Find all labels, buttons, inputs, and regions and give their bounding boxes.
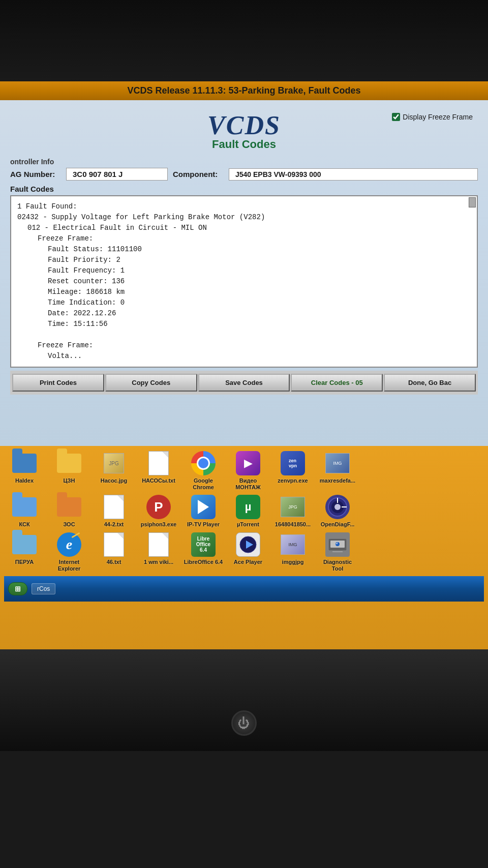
haldex-label: Haldex bbox=[15, 477, 34, 484]
component-label: Component: bbox=[173, 170, 224, 178]
fault-line-14: Volta... bbox=[17, 351, 471, 362]
nasos-jpg-label: Насос.jpg bbox=[101, 477, 127, 484]
taskbar-item-label: rCos bbox=[37, 585, 50, 592]
desktop-icon-diagnostic[interactable]: Diagnostic Tool bbox=[317, 532, 358, 572]
nasos-jpg-icon: JPG bbox=[102, 451, 126, 475]
controller-info-label: ontroller Info bbox=[10, 158, 478, 166]
utorrent-label: µTorrent bbox=[237, 521, 259, 528]
desktop-icon-tsn[interactable]: ЦЗН bbox=[49, 451, 89, 484]
haldex-icon bbox=[12, 451, 37, 475]
perua-label: ПЕРУА bbox=[15, 559, 34, 565]
bottom-dark-area: ⏻ bbox=[0, 649, 488, 751]
desktop-icon-zenvpn[interactable]: zenvpn zenvpn.exe bbox=[272, 451, 313, 484]
libreoffice-icon: LibreOffice6.4 bbox=[191, 532, 216, 557]
desktop-row-2: КСК ЗОС 44-2.txt P psiphon3.exe bbox=[4, 495, 484, 528]
zos-icon bbox=[57, 495, 81, 519]
start-button[interactable]: ⊞ bbox=[8, 582, 27, 595]
fault-line-10: Time Indication: 0 bbox=[17, 297, 471, 308]
vcds-content: VCDS Fault Codes Display Freeze Frame on… bbox=[0, 100, 488, 446]
desktop-icon-aceplayer[interactable]: Ace Player bbox=[228, 532, 268, 565]
fault-line-11: Date: 2022.12.26 bbox=[17, 308, 471, 319]
scrollbar[interactable] bbox=[469, 197, 476, 207]
desktop-icon-utorrent[interactable]: µ µTorrent bbox=[228, 495, 268, 528]
utorrent-icon: µ bbox=[236, 495, 260, 519]
freeze-frame-checkbox-area[interactable]: Display Freeze Frame bbox=[392, 113, 473, 121]
aceplayer-label: Ace Player bbox=[234, 559, 262, 565]
fault-line-13: Freeze Frame: bbox=[17, 340, 471, 351]
maxresdefault-label: maxresdefа... bbox=[320, 477, 355, 484]
freeze-frame-label: Display Freeze Frame bbox=[403, 113, 473, 121]
ie-icon: e bbox=[57, 532, 81, 557]
vcds-window: VCDS Release 11.11.3: 53-Parking Brake, … bbox=[0, 81, 488, 446]
desktop-icon-44-2[interactable]: 44-2.txt bbox=[94, 495, 134, 528]
fault-line-3: 012 - Electrical Fault in Circuit - MIL … bbox=[17, 223, 471, 233]
freeze-frame-checkbox[interactable] bbox=[392, 113, 400, 121]
vcds-app-subtitle: Fault Codes bbox=[10, 138, 478, 151]
fault-line-9: Mileage: 186618 km bbox=[17, 287, 471, 297]
taskbar-item-rcos[interactable]: rCos bbox=[32, 583, 55, 594]
1wm-icon bbox=[146, 532, 171, 557]
46-txt-label: 46.txt bbox=[107, 559, 121, 565]
desktop-icon-psiphon3[interactable]: P psiphon3.exe bbox=[138, 495, 179, 528]
desktop-area: Haldex ЦЗН JPG Насос.jpg НАСОСы.txt Goog… bbox=[0, 446, 488, 649]
desktop-icon-libreoffice[interactable]: LibreOffice6.4 LibreOffice 6.4 bbox=[183, 532, 224, 565]
component-value: J540 EPB3 VW-09393 000 bbox=[229, 168, 478, 181]
video-montazh-icon: ▶ bbox=[236, 451, 260, 475]
desktop-icon-46-txt[interactable]: 46.txt bbox=[94, 532, 134, 565]
nasosy-txt-icon bbox=[146, 451, 171, 475]
desktop-icon-maxresdefault[interactable]: IMG maxresdefа... bbox=[317, 451, 358, 484]
fault-line-2: 02432 - Supply Voltage for Left Parking … bbox=[17, 212, 471, 223]
print-codes-button[interactable]: Print Codes bbox=[12, 374, 104, 392]
title-bar: VCDS Release 11.11.3: 53-Parking Brake, … bbox=[0, 81, 488, 100]
desktop-icon-1648[interactable]: JPG 1648041850... bbox=[272, 495, 313, 528]
video-montazh-label: Видео МОНТАЖ bbox=[228, 477, 268, 491]
windows-icon: ⊞ bbox=[15, 585, 21, 593]
zos-label: ЗОС bbox=[63, 521, 75, 528]
maxresdefault-icon: IMG bbox=[325, 451, 350, 475]
psiphon3-icon: P bbox=[146, 495, 171, 519]
desktop-icon-opendiag[interactable]: OpenDiagF... bbox=[317, 495, 358, 528]
ksk-label: КСК bbox=[19, 521, 29, 528]
copy-codes-button[interactable]: Copy Codes bbox=[105, 374, 197, 392]
zenvpn-icon: zenvpn bbox=[281, 451, 305, 475]
done-go-back-button[interactable]: Done, Go Bac bbox=[384, 374, 476, 392]
vag-number-label: AG Number: bbox=[10, 170, 61, 178]
desktop-icon-1wm[interactable]: 1 wm viki... bbox=[138, 532, 179, 565]
tsn-label: ЦЗН bbox=[64, 477, 75, 484]
fault-line-12: Time: 15:11:56 bbox=[17, 319, 471, 330]
fault-line-8: Reset counter: 136 bbox=[17, 276, 471, 287]
img-1648-label: 1648041850... bbox=[275, 521, 311, 528]
opendiag-icon bbox=[325, 495, 350, 519]
tsn-icon bbox=[57, 451, 81, 475]
desktop-row-3: ПЕРУА e Internet Explorer 46.txt 1 wm vi… bbox=[4, 532, 484, 572]
ksk-icon bbox=[12, 495, 37, 519]
46-txt-icon bbox=[102, 532, 126, 557]
psiphon3-label: psiphon3.exe bbox=[141, 521, 176, 528]
fault-codes-section: Fault Codes 1 Fault Found: 02432 - Suppl… bbox=[10, 185, 478, 368]
desktop-icon-nasos-jpg[interactable]: JPG Насос.jpg bbox=[94, 451, 134, 484]
desktop-icon-nasosy-txt[interactable]: НАСОСы.txt bbox=[138, 451, 179, 484]
imggjpg-icon: IMG bbox=[281, 532, 305, 557]
desktop-icon-perua[interactable]: ПЕРУА bbox=[4, 532, 45, 565]
iptvplayer-label: IP-TV Player bbox=[187, 521, 220, 528]
window-title: VCDS Release 11.11.3: 53-Parking Brake, … bbox=[127, 85, 360, 96]
desktop-icon-zos[interactable]: ЗОС bbox=[49, 495, 89, 528]
perua-icon bbox=[12, 532, 37, 557]
desktop-icon-imggjpg[interactable]: IMG imggjpg bbox=[272, 532, 313, 565]
desktop-icon-video-montazh[interactable]: ▶ Видео МОНТАЖ bbox=[228, 451, 268, 491]
desktop-icon-ksk[interactable]: КСК bbox=[4, 495, 45, 528]
power-button[interactable]: ⏻ bbox=[231, 710, 257, 736]
save-codes-button[interactable]: Save Codes bbox=[198, 374, 290, 392]
desktop-icon-iptvplayer[interactable]: IP-TV Player bbox=[183, 495, 224, 528]
fault-line-7: Fault Frequency: 1 bbox=[17, 265, 471, 276]
desktop-icon-chrome[interactable]: Google Chrome bbox=[183, 451, 224, 491]
desktop-icon-ie[interactable]: e Internet Explorer bbox=[49, 532, 89, 572]
imggjpg-label: imggjpg bbox=[282, 559, 304, 565]
svg-point-2 bbox=[334, 504, 341, 510]
iptvplayer-icon bbox=[191, 495, 216, 519]
vag-number-value: 3C0 907 801 J bbox=[66, 168, 168, 181]
clear-codes-button[interactable]: Clear Codes - 05 bbox=[291, 374, 383, 392]
fault-line-5: Fault Status: 11101100 bbox=[17, 244, 471, 255]
fault-codes-box[interactable]: 1 Fault Found: 02432 - Supply Voltage fo… bbox=[10, 195, 478, 368]
desktop-icon-haldex[interactable]: Haldex bbox=[4, 451, 45, 484]
